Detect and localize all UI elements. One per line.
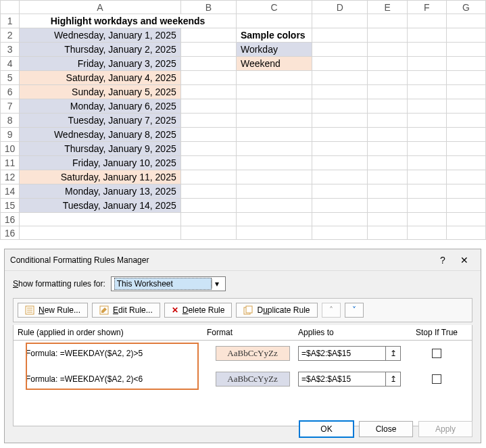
row-header-5[interactable]: 5 — [1, 71, 20, 85]
stop-if-true-checkbox[interactable] — [432, 349, 441, 358]
cell[interactable] — [407, 199, 446, 213]
row-header-16[interactable]: 16 — [1, 213, 20, 226]
cell[interactable] — [407, 99, 446, 114]
cell[interactable] — [312, 170, 368, 184]
col-header-D[interactable]: D — [312, 1, 368, 14]
cell[interactable] — [446, 156, 485, 170]
cell[interactable] — [312, 99, 368, 114]
cell[interactable] — [368, 170, 407, 184]
date-cell[interactable]: Thursday, January 2, 2025 — [20, 43, 181, 57]
delete-rule-button[interactable]: ✕ Delete Rule — [164, 303, 233, 318]
cell[interactable] — [446, 71, 485, 85]
cell[interactable] — [368, 226, 407, 240]
cell[interactable] — [407, 14, 446, 28]
cell[interactable] — [312, 71, 368, 85]
cell[interactable] — [20, 226, 181, 240]
cell[interactable] — [180, 99, 236, 114]
cell[interactable] — [180, 28, 236, 43]
cell[interactable] — [312, 114, 368, 128]
close-button[interactable]: Close — [359, 421, 413, 437]
cell[interactable] — [180, 57, 236, 71]
cell[interactable] — [446, 57, 485, 71]
cell[interactable] — [180, 156, 236, 170]
cell[interactable] — [236, 114, 312, 128]
cell[interactable] — [236, 226, 312, 240]
cell[interactable] — [446, 226, 485, 240]
cell[interactable] — [368, 57, 407, 71]
cell[interactable] — [368, 28, 407, 43]
cell[interactable] — [236, 184, 312, 199]
cell[interactable] — [368, 142, 407, 156]
help-button[interactable]: ? — [432, 252, 454, 268]
cell[interactable] — [180, 184, 236, 199]
cell[interactable] — [180, 170, 236, 184]
row-header-3[interactable]: 3 — [1, 43, 20, 57]
cell[interactable] — [20, 213, 181, 226]
cell[interactable] — [180, 114, 236, 128]
cell[interactable] — [407, 142, 446, 156]
cell[interactable] — [446, 142, 485, 156]
col-header-A[interactable]: A — [20, 1, 181, 14]
cell[interactable] — [446, 213, 485, 226]
cell[interactable] — [368, 184, 407, 199]
cell[interactable] — [236, 99, 312, 114]
cell[interactable] — [446, 28, 485, 43]
cell[interactable] — [312, 85, 368, 99]
cell[interactable] — [180, 142, 236, 156]
ok-button[interactable]: OK — [299, 421, 354, 437]
cell[interactable] — [312, 156, 368, 170]
cell[interactable] — [312, 199, 368, 213]
cell[interactable] — [180, 226, 236, 240]
cell[interactable] — [368, 14, 407, 28]
cell[interactable] — [368, 43, 407, 57]
row-header-9[interactable]: 9 — [1, 128, 20, 142]
spreadsheet-grid[interactable]: A B C D E F G 1 Highlight workdays and w… — [0, 0, 486, 240]
cell[interactable] — [407, 170, 446, 184]
cell[interactable] — [236, 156, 312, 170]
new-rule-button[interactable]: New Rule... — [18, 303, 88, 318]
cell[interactable] — [312, 57, 368, 71]
row-header-6[interactable]: 6 — [1, 85, 20, 99]
cell[interactable] — [446, 43, 485, 57]
move-down-button[interactable]: ˅ — [345, 303, 364, 318]
stop-if-true-checkbox[interactable] — [432, 374, 441, 384]
cell[interactable] — [312, 226, 368, 240]
sample-header[interactable]: Sample colors — [236, 28, 312, 43]
cell[interactable] — [180, 213, 236, 226]
cell[interactable] — [312, 213, 368, 226]
cell[interactable] — [407, 85, 446, 99]
applies-to-input[interactable]: =$A$2:$A$15 — [298, 372, 386, 387]
date-cell[interactable]: Monday, January 6, 2025 — [20, 99, 181, 114]
col-header-F[interactable]: F — [407, 1, 446, 14]
cell[interactable] — [312, 128, 368, 142]
col-header-B[interactable]: B — [180, 1, 236, 14]
row-header-8[interactable]: 8 — [1, 114, 20, 128]
cell[interactable] — [446, 199, 485, 213]
cell[interactable] — [180, 199, 236, 213]
row-header-12[interactable]: 12 — [1, 170, 20, 184]
cell[interactable] — [312, 43, 368, 57]
cell[interactable] — [236, 128, 312, 142]
cell[interactable] — [236, 199, 312, 213]
date-cell[interactable]: Thursday, January 9, 2025 — [20, 142, 181, 156]
cell[interactable] — [368, 199, 407, 213]
date-cell[interactable]: Friday, January 10, 2025 — [20, 156, 181, 170]
cell[interactable] — [312, 184, 368, 199]
cell[interactable] — [368, 156, 407, 170]
rule-row[interactable]: Formula: =WEEKDAY($A2, 2)<6 AaBbCcYyZz =… — [14, 366, 472, 392]
rule-row[interactable]: Formula: =WEEKDAY($A2, 2)>5 AaBbCcYyZz =… — [14, 341, 472, 366]
row-header-15[interactable]: 15 — [1, 199, 20, 213]
date-cell[interactable]: Saturday, January 11, 2025 — [20, 170, 181, 184]
cell[interactable] — [407, 71, 446, 85]
date-cell[interactable]: Saturday, January 4, 2025 — [20, 71, 181, 85]
cell[interactable] — [446, 128, 485, 142]
cell[interactable] — [407, 156, 446, 170]
applies-to-input[interactable]: =$A$2:$A$15 — [298, 346, 386, 361]
cell[interactable] — [407, 114, 446, 128]
date-cell[interactable]: Tuesday, January 7, 2025 — [20, 114, 181, 128]
col-header-G[interactable]: G — [446, 1, 485, 14]
date-cell[interactable]: Wednesday, January 8, 2025 — [20, 128, 181, 142]
duplicate-rule-button[interactable]: Duplicate Rule — [236, 303, 317, 318]
row-header-16b[interactable]: 16 — [1, 226, 20, 240]
cell[interactable] — [236, 170, 312, 184]
